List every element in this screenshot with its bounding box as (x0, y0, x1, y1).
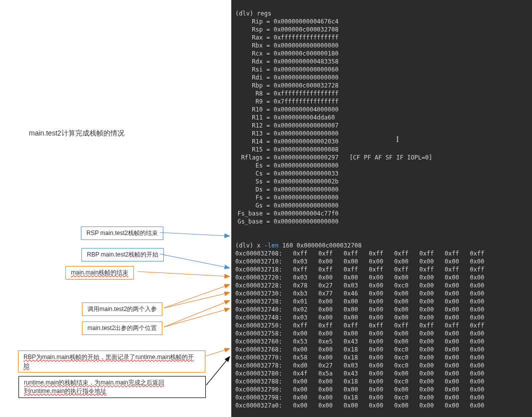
memory-line: 0xc000032750: 0xff 0xff 0xff 0xff 0xff 0… (235, 322, 528, 330)
annotation-runtime: runtime.main的栈帧结束，为main.main完成之后返回 到runt… (18, 376, 206, 398)
mem-cmd-prefix: x (257, 242, 264, 249)
register-line: R9 = 0x7fffffffffffffff (235, 98, 528, 106)
svg-line-3 (164, 284, 230, 308)
annotation-main-end: main.main栈帧的结束 (65, 266, 134, 280)
memory-line: 0xc000032720: 0x03 0x00 0x00 0x00 0x00 0… (235, 274, 528, 282)
register-line: Rax = 0xffffffffffffffff (235, 34, 528, 42)
register-line: R10 = 0x0000000004000000 (235, 106, 528, 114)
memory-line: 0xc000032738: 0x01 0x00 0x00 0x00 0x00 0… (235, 298, 528, 306)
register-line: Rsi = 0x0000000000000060 (235, 66, 528, 74)
register-line: Ss = 0x000000000000002b (235, 178, 528, 186)
memory-line: 0xc000032770: 0x58 0x00 0x18 0x00 0xc0 0… (235, 354, 528, 362)
memory-output: 0xc000032708: 0xff 0xff 0xff 0xff 0xff 0… (235, 250, 528, 410)
register-line: Fs_base = 0x00000000004c77f0 (235, 210, 528, 218)
register-line: R11 = 0x0000000004dda60 (235, 114, 528, 122)
annotation-rbp-main: RBP为main.main栈帧的开始，里面记录了runtime.main栈帧的开… (18, 350, 205, 372)
svg-line-0 (160, 232, 230, 236)
svg-line-4 (164, 292, 230, 308)
registers-output: Rip = 0x00000000004676c4Rsp = 0x000000c0… (235, 18, 528, 226)
mem-cmd-flag: -len (264, 242, 279, 249)
memory-line: 0xc000032768: 0x00 0x00 0x18 0x00 0xc0 0… (235, 346, 528, 354)
memory-line: 0xc000032740: 0x02 0x00 0x00 0x00 0x00 0… (235, 306, 528, 314)
memory-line: 0xc000032708: 0xff 0xff 0xff 0xff 0xff 0… (235, 250, 528, 258)
dlv-prompt: (dlv) (235, 10, 253, 17)
memory-line: 0xc000032780: 0x4f 0x5a 0x43 0x00 0x00 0… (235, 370, 528, 378)
memory-line: 0xc000032760: 0x53 0xe5 0x43 0x00 0x00 0… (235, 338, 528, 346)
register-line: Rflags = 0x0000000000000297 [CF PF AF SF… (235, 154, 528, 162)
memory-line: 0xc000032778: 0xd0 0x27 0x03 0x00 0xc0 0… (235, 362, 528, 370)
annotation-rbp: RBP main.test2栈帧的开始 (81, 248, 164, 262)
register-line: Fs = 0x0000000000000000 (235, 194, 528, 202)
register-line: Rip = 0x00000000004676c4 (235, 18, 528, 26)
memory-line: 0xc000032748: 0x03 0x00 0x00 0x00 0x00 0… (235, 314, 528, 322)
svg-line-7 (206, 348, 230, 356)
svg-line-2 (137, 272, 230, 276)
register-line: Cs = 0x0000000000000033 (235, 170, 528, 178)
register-line: R15 = 0x0000000000000008 (235, 146, 528, 154)
register-line: Rdi = 0x0000000000000000 (235, 74, 528, 82)
memory-line: 0xc000032728: 0x78 0x27 0x03 0x00 0xc0 0… (235, 282, 528, 290)
dlv-prompt-2: (dlv) (235, 242, 253, 249)
annotation-rsp: RSP main.test2栈帧的结束 (81, 226, 163, 240)
register-line: Rbx = 0x0000000000000000 (235, 42, 528, 50)
register-line: R8 = 0xffffffffffffffff (235, 90, 528, 98)
mem-cmd-rest: 160 0x000000c000032708 (279, 242, 362, 249)
memory-line: 0xc000032798: 0x00 0x00 0x18 0x00 0xc0 0… (235, 394, 528, 402)
svg-line-1 (160, 254, 230, 268)
memory-line: 0xc000032788: 0x00 0x00 0x18 0x00 0xc0 0… (235, 378, 528, 386)
memory-line: 0xc000032718: 0xff 0xff 0xff 0xff 0xff 0… (235, 266, 528, 274)
register-line: Es = 0x0000000000000000 (235, 162, 528, 170)
register-line: Gs_base = 0x0000000000000000 (235, 218, 528, 226)
memory-line: 0xc000032730: 0xb3 0x77 0x46 0x00 0x00 0… (235, 290, 528, 298)
memory-line: 0xc000032710: 0x03 0x00 0x00 0x00 0x00 0… (235, 258, 528, 266)
text-cursor-icon: I (396, 135, 399, 144)
register-line: R14 = 0x0000000000002030 (235, 138, 528, 146)
register-line: Rcx = 0x000000c000000180 (235, 50, 528, 58)
annotation-two-in: 调用main.test2的两个入参 (82, 302, 162, 316)
svg-line-8 (206, 356, 230, 385)
register-line: Ds = 0x0000000000000000 (235, 186, 528, 194)
memory-line: 0xc000032790: 0x00 0x00 0x00 0x00 0x00 0… (235, 386, 528, 394)
svg-line-5 (164, 300, 230, 327)
page-title: main.test2计算完成栈帧的情况 (29, 129, 124, 138)
register-line: Rdx = 0x0000000000483358 (235, 58, 528, 66)
register-line: Gs = 0x0000000000000000 (235, 202, 528, 210)
register-line: R12 = 0x0000000000000007 (235, 122, 528, 130)
register-line: Rsp = 0x000000c000032708 (235, 26, 528, 34)
annotation-two-out: main.test2出参的两个位置 (82, 322, 162, 335)
memory-line: 0xc0000327a0: 0x00 0x00 0x00 0x00 0x00 0… (235, 402, 528, 410)
register-line: Rbp = 0x000000c000032728 (235, 82, 528, 90)
terminal-panel[interactable]: (dlv) regs Rip = 0x00000000004676c4Rsp =… (231, 0, 532, 417)
svg-line-6 (164, 308, 230, 327)
register-line: R13 = 0x0000000000000000 (235, 130, 528, 138)
regs-command: regs (257, 10, 271, 17)
memory-line: 0xc000032758: 0x00 0x00 0x00 0x00 0x00 0… (235, 330, 528, 338)
